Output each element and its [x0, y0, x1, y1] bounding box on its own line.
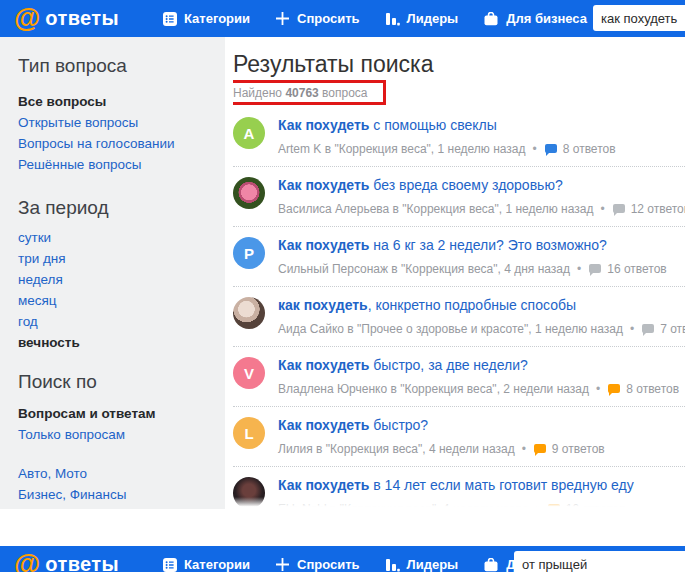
meta-separator-dot: • [577, 262, 581, 276]
query-highlight: Как похудеть [278, 177, 369, 193]
logo-wordmark: ответы [45, 7, 119, 30]
nav-item-2[interactable]: Спросить [275, 11, 360, 26]
sidebar-section-list: суткитри днянеделямесяцгодвечность [18, 227, 225, 353]
question-body: Как похудеть быстро, за две недели?Владл… [278, 357, 685, 406]
question-title-rest: , конкретно подробные способы [368, 297, 576, 313]
categories-icon [163, 558, 177, 572]
author-category-time: Сильный Персонаж в "Коррекция веса", 4 д… [278, 262, 570, 276]
meta-separator-dot: • [522, 442, 526, 456]
question-row: VКак похудеть быстро, за две недели?Влад… [233, 347, 685, 407]
nav-item-label: Для бизнеса [506, 11, 587, 26]
sidebar-section-title: Тип вопроса [18, 55, 225, 77]
user-avatar[interactable] [233, 477, 265, 509]
sidebar-category-link[interactable]: Авто, Мото [18, 463, 225, 484]
sidebar-category-link[interactable]: Бизнес, Финансы [18, 484, 225, 505]
sidebar-item[interactable]: Решённые вопросы [18, 154, 225, 175]
question-title-rest: с помощью свеклы [369, 117, 496, 133]
leaders-icon [385, 12, 400, 26]
sidebar-item[interactable]: год [18, 311, 225, 332]
sidebar-item: Все вопросы [18, 91, 225, 112]
question-title-link[interactable]: Как похудеть быстро, за две недели? [278, 357, 685, 374]
answers-count: 10 ответов [566, 502, 626, 509]
nav-item-label: Спросить [297, 557, 360, 572]
otvety-logo[interactable]: @ ответы [14, 551, 119, 572]
question-title-rest: на 6 кг за 2 недели? Это возможно? [369, 237, 606, 253]
question-body: Как похудеть в 14 лет если мать готовит … [278, 477, 685, 509]
answers-count: 7 ответов [660, 322, 685, 336]
nav-item-3[interactable]: Лидеры [385, 11, 459, 26]
nav-item-label: Лидеры [407, 11, 459, 26]
answers-count: 12 ответов [631, 202, 685, 216]
otvety-search-page: @ ответы КатегорииСпроситьЛидерыДля бизн… [0, 0, 685, 572]
nav-item-4[interactable]: Для бизнеса [483, 11, 587, 26]
user-avatar[interactable]: L [233, 417, 265, 449]
answers-count: 16 ответов [607, 262, 667, 276]
plus-icon [275, 557, 290, 572]
question-title-rest: быстро? [369, 417, 428, 433]
found-prefix: Найдено [233, 86, 282, 100]
top-navbar: @ ответы КатегорииСпроситьЛидерыДля бизн… [0, 0, 685, 37]
nav-item-label: Лидеры [407, 557, 459, 572]
sidebar-filters: Тип вопросаВсе вопросыОткрытые вопросыВо… [0, 37, 225, 509]
answers-bubble-icon [589, 264, 601, 273]
sidebar-item[interactable]: месяц [18, 290, 225, 311]
categories-icon [163, 12, 177, 26]
author-category-time: Artem K в "Коррекция веса", 1 неделю наз… [278, 142, 526, 156]
nav-item-3[interactable]: Лидеры [385, 557, 459, 572]
meta-separator-dot: • [600, 202, 604, 216]
nav-item-1[interactable]: Категории [163, 11, 250, 26]
question-title-link[interactable]: Как похудеть в 14 лет если мать готовит … [278, 477, 685, 494]
answers-count: 8 ответов [626, 382, 679, 396]
query-highlight: Как похудеть [278, 237, 369, 253]
query-highlight: Как похудеть [278, 357, 369, 373]
results-count: Найдено 40763 вопроса [233, 85, 372, 101]
author-category-time: Владлена Юрченко в "Коррекция веса", 2 н… [278, 382, 589, 396]
sidebar-category-links: Авто, МотоБизнес, Финансы [18, 463, 225, 505]
answers-bubble-icon [534, 444, 546, 453]
otvety-logo[interactable]: @ ответы [14, 5, 119, 32]
sidebar-item[interactable]: три дня [18, 248, 225, 269]
query-highlight: Как похудеть [278, 417, 369, 433]
question-meta: Сильный Персонаж в "Коррекция веса", 4 д… [278, 262, 685, 276]
business-icon [483, 558, 499, 572]
question-title-link[interactable]: Как похудеть быстро? [278, 417, 685, 434]
author-category-time: Василиса Алерьева в "Коррекция веса", 1 … [278, 202, 593, 216]
sidebar-item[interactable]: Открытые вопросы [18, 112, 225, 133]
question-title-link[interactable]: как похудеть, конкретно подробные способ… [278, 297, 685, 314]
question-meta: Лилия в "Коррекция веса", 4 недели назад… [278, 442, 685, 456]
user-avatar[interactable] [233, 177, 265, 209]
sidebar-item[interactable]: Только вопросам [18, 424, 225, 445]
answers-count: 8 ответов [563, 142, 616, 156]
question-row: как похудеть, конкретно подробные способ… [233, 287, 685, 347]
nav-item-label: Категории [184, 11, 250, 26]
question-title-link[interactable]: Как похудеть с помощью свеклы [278, 117, 685, 134]
question-meta: Владлена Юрченко в "Коррекция веса", 2 н… [278, 382, 685, 396]
search-input[interactable] [593, 5, 685, 31]
search-results: Результаты поиска Найдено 40763 вопроса … [233, 37, 685, 509]
user-avatar[interactable]: A [233, 117, 265, 149]
nav-item-2[interactable]: Спросить [275, 557, 360, 572]
question-title-rest: в 14 лет если мать готовит вредную еду [369, 477, 633, 493]
mailru-at-icon: @ [14, 5, 40, 32]
leaders-icon [385, 558, 400, 572]
answers-bubble-icon [548, 504, 560, 510]
user-avatar[interactable]: V [233, 357, 265, 389]
meta-separator-dot: • [630, 322, 634, 336]
question-body: Как похудеть быстро?Лилия в "Коррекция в… [278, 417, 685, 466]
question-meta: Ekb Nobl в "Коррекция веса", 4 недели на… [278, 502, 685, 509]
sidebar-item: Вопросам и ответам [18, 403, 225, 424]
nav-item-label: Категории [184, 557, 250, 572]
user-avatar[interactable]: P [233, 237, 265, 269]
nav-item-1[interactable]: Категории [163, 557, 250, 572]
question-title-link[interactable]: Как похудеть без вреда своему здоровью? [278, 177, 685, 194]
question-meta: Artem K в "Коррекция веса", 1 неделю наз… [278, 142, 685, 156]
user-avatar[interactable] [233, 297, 265, 329]
search-input[interactable] [514, 551, 685, 572]
question-title-rest: быстро, за две недели? [369, 357, 527, 373]
question-title-link[interactable]: Как похудеть на 6 кг за 2 недели? Это во… [278, 237, 685, 254]
question-body: как похудеть, конкретно подробные способ… [278, 297, 685, 346]
page-title: Результаты поиска [233, 49, 685, 79]
sidebar-item[interactable]: Вопросы на голосовании [18, 133, 225, 154]
sidebar-item[interactable]: сутки [18, 227, 225, 248]
sidebar-item[interactable]: неделя [18, 269, 225, 290]
